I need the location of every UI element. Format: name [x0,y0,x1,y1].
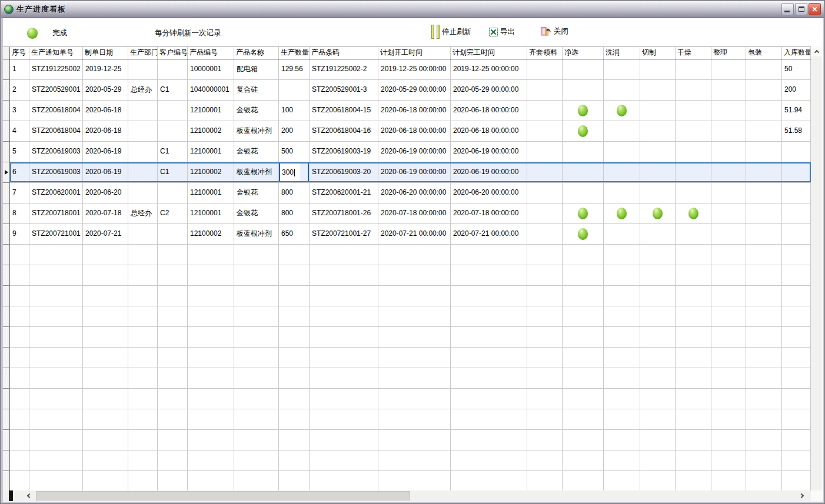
column-header-dept[interactable]: 生产部门 [128,47,158,59]
cell-product_no[interactable]: 12100001 [188,101,234,121]
cell-dept[interactable] [128,101,158,121]
close-button[interactable]: ✕ [809,3,821,15]
cell-material_ready[interactable] [527,121,563,141]
cell-seq[interactable]: 3 [10,101,29,121]
cell-ganzao[interactable] [676,80,711,100]
cell-qiezhi[interactable] [640,203,676,223]
cell-plan_start[interactable]: 2020-07-21 00:00:00 [378,224,451,244]
cell-ganzao[interactable] [676,101,711,121]
cell-qiezhi[interactable] [640,142,676,162]
cell-order_date[interactable]: 2020-07-18 [83,203,128,223]
hscrollbar-thumb[interactable] [36,491,410,500]
cell-inbound_qty[interactable]: 51.94 [782,101,811,121]
cell-dept[interactable] [128,121,158,141]
cell-zhengli[interactable] [711,59,746,79]
cell-customer_no[interactable] [158,183,188,203]
cell-notice_no[interactable]: STZ200619003 [29,162,83,182]
cell-order_date[interactable]: 2019-12-25 [83,59,128,79]
cell-inbound_qty[interactable]: 50 [782,59,811,79]
cell-plan_start[interactable]: 2020-06-20 00:00:00 [378,183,451,203]
export-button[interactable]: 导出 [489,27,515,37]
cell-baozhuang[interactable] [746,80,782,100]
cell-qiezhi[interactable] [640,224,676,244]
cell-baozhuang[interactable] [746,142,782,162]
cell-barcode[interactable]: STZ200618004-15 [310,101,378,121]
cell-plan_start[interactable]: 2020-07-18 00:00:00 [378,203,451,223]
column-header-xirun[interactable]: 洗润 [604,47,640,59]
cell-inbound_qty[interactable] [782,183,811,203]
cell-qiezhi[interactable] [640,162,676,182]
cell-product_name[interactable]: 复合硅 [234,80,279,100]
table-row[interactable]: 1STZ1912250022019-12-2510000001配电箱129.56… [3,59,811,80]
column-header-barcode[interactable]: 产品条码 [310,47,378,59]
cell-ganzao[interactable] [676,203,711,223]
cell-seq[interactable]: 9 [10,224,29,244]
hscrollbar-splitter[interactable] [9,490,13,501]
scroll-up-button[interactable] [811,46,822,56]
cell-dept[interactable] [128,59,158,79]
column-header-jingxuan[interactable]: 净选 [563,47,604,59]
cell-inbound_qty[interactable] [782,203,811,223]
cell-qty[interactable]: 100 [279,101,310,121]
cell-order_date[interactable]: 2020-06-18 [83,121,128,141]
vertical-scrollbar[interactable] [811,46,822,501]
cell-qty[interactable]: 650 [279,224,310,244]
cell-plan_start[interactable]: 2020-06-19 00:00:00 [378,142,451,162]
cell-product_name[interactable]: 金银花 [234,101,279,121]
cell-barcode[interactable]: STZ200619003-20 [310,162,378,182]
cell-qty[interactable]: 200 [279,121,310,141]
table-row[interactable]: 6STZ2006190032020-06-19C112100002板蓝根冲剂30… [3,162,811,183]
cell-qty[interactable]: 129.56 [279,59,310,79]
cell-material_ready[interactable] [527,80,563,100]
horizontal-scrollbar[interactable] [3,490,811,501]
cell-product_no[interactable]: 12100002 [188,224,234,244]
cell-order_date[interactable]: 2020-06-20 [83,183,128,203]
cell-zhengli[interactable] [711,183,746,203]
cell-zhengli[interactable] [711,142,746,162]
cell-seq[interactable]: 1 [10,59,29,79]
cell-customer_no[interactable] [158,59,188,79]
cell-dept[interactable] [128,142,158,162]
cell-seq[interactable]: 2 [10,80,29,100]
cell-xirun[interactable] [604,142,640,162]
column-header-seq[interactable]: 序号 [10,47,29,59]
cell-material_ready[interactable] [527,183,563,203]
cell-plan_finish[interactable]: 2019-12-25 00:00:00 [451,59,527,79]
cell-seq[interactable]: 4 [10,121,29,141]
cell-qty[interactable]: 800 [279,183,310,203]
cell-ganzao[interactable] [676,183,711,203]
cell-qiezhi[interactable] [640,80,676,100]
cell-jingxuan[interactable] [563,80,604,100]
cell-xirun[interactable] [604,101,640,121]
cell-baozhuang[interactable] [746,183,782,203]
column-header-notice_no[interactable]: 生产通知单号 [29,47,83,59]
cell-inbound_qty[interactable]: 200 [782,80,811,100]
cell-baozhuang[interactable] [746,101,782,121]
column-header-ganzao[interactable]: 干燥 [676,47,711,59]
cell-customer_no[interactable] [158,101,188,121]
cell-zhengli[interactable] [711,121,746,141]
cell-notice_no[interactable]: STZ200529001 [29,80,83,100]
cell-material_ready[interactable] [527,142,563,162]
table-row[interactable]: 4STZ2006180042020-06-1812100002板蓝根冲剂200S… [3,121,811,142]
cell-material_ready[interactable] [527,162,563,182]
cell-order_date[interactable]: 2020-06-19 [83,142,128,162]
cell-qty[interactable]: 800 [279,203,310,223]
cell-plan_start[interactable]: 2020-06-19 00:00:00 [378,162,451,182]
cell-plan_start[interactable]: 2020-06-18 00:00:00 [378,101,451,121]
cell-jingxuan[interactable] [563,162,604,182]
column-header-zhengli[interactable]: 整理 [711,47,746,59]
cell-product_no[interactable]: 12100002 [188,121,234,141]
cell-plan_start[interactable]: 2020-06-18 00:00:00 [378,121,451,141]
cell-seq[interactable]: 5 [10,142,29,162]
maximize-button[interactable] [795,3,807,15]
table-row[interactable]: 7STZ2006200012020-06-2012100001金银花800STZ… [3,183,811,203]
cell-plan_finish[interactable]: 2020-06-20 00:00:00 [451,183,527,203]
cell-inbound_qty[interactable] [782,162,811,182]
cell-dept[interactable] [128,162,158,182]
cell-barcode[interactable]: STZ200619003-19 [310,142,378,162]
cell-plan_start[interactable]: 2019-12-25 00:00:00 [378,59,451,79]
cell-plan_finish[interactable]: 2020-05-29 00:00:00 [451,80,527,100]
cell-xirun[interactable] [604,80,640,100]
table-row[interactable]: 9STZ2007210012020-07-2112100002板蓝根冲剂650S… [3,224,811,245]
